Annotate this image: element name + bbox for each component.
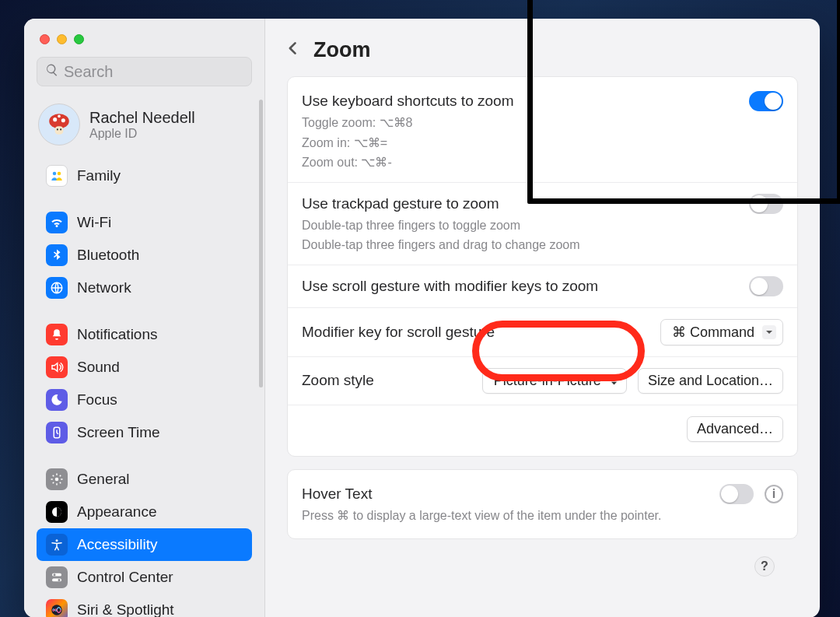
advanced-button[interactable]: Advanced… [687,416,783,442]
svg-point-7 [53,172,57,176]
sidebar-item-screentime[interactable]: Screen Time [37,416,252,449]
row-label: Use keyboard shortcuts to zoom [302,93,513,110]
search-icon [45,63,64,80]
sidebar-item-wifi[interactable]: Wi-Fi [37,206,252,239]
row-hover-text: Hover Text i Press ⌘ to display a large-… [288,473,797,535]
svg-point-1 [53,117,57,121]
sidebar-item-label: Network [77,279,131,296]
page-title: Zoom [313,38,371,62]
search-field[interactable] [37,57,252,86]
row-label: Modifier key for scroll gesture [302,324,495,341]
sidebar-item-general[interactable]: General [37,463,252,496]
svg-point-17 [58,579,61,581]
accessibility-icon [46,534,68,556]
sidebar-item-label: Screen Time [77,424,160,441]
row-sub: Double-tap three fingers and drag to cha… [302,237,783,254]
sidebar-item-label: Family [77,167,121,184]
back-button[interactable] [285,37,301,62]
toggle-trackpad-gesture[interactable] [749,194,783,214]
select-value: Picture-in-Picture [494,373,601,389]
sidebar-item-network[interactable]: Network [37,272,252,304]
toggle-hover-text[interactable] [719,484,754,504]
sidebar-item-focus[interactable]: Focus [37,384,252,416]
content-pane: Zoom Use keyboard shortcuts to zoom Togg… [265,19,820,617]
chevron-left-icon [285,37,301,59]
sidebar-item-family[interactable]: Family [37,160,252,192]
select-modifier-key[interactable]: ⌘ Command [660,319,783,345]
updown-caret-icon [609,375,620,386]
minimize-window[interactable] [57,34,67,44]
sidebar-item-label: Wi-Fi [77,214,111,231]
row-label: Zoom style [302,372,374,389]
svg-point-2 [61,118,65,122]
screentime-icon [46,422,68,443]
row-advanced: Advanced… [288,405,797,453]
network-icon [46,277,68,299]
sidebar-item-notifications[interactable]: Notifications [37,318,252,351]
general-icon [46,468,68,490]
info-icon[interactable]: i [765,485,783,503]
sidebar-item-controlcenter[interactable]: Control Center [37,561,252,594]
row-label: Hover Text [302,486,372,503]
hover-panel: Hover Text i Press ⌘ to display a large-… [287,469,798,539]
toggle-keyboard-shortcuts[interactable] [749,91,783,111]
svg-point-5 [57,128,58,130]
size-and-location-button[interactable]: Size and Location… [638,368,783,394]
row-modifier-key: Modifier key for scroll gesture ⌘ Comman… [288,308,797,357]
sidebar-item-label: Accessibility [77,536,157,553]
row-label: Use trackpad gesture to zoom [302,195,499,212]
siri-icon [46,599,68,617]
select-value: ⌘ Command [672,324,754,341]
sidebar-item-label: Control Center [77,569,173,586]
family-icon [46,165,68,187]
help-button[interactable]: ? [754,556,775,577]
avatar-mushroom-icon [46,111,72,138]
sidebar-item-siri[interactable]: Siri & Spotlight [37,594,252,617]
notifications-icon [46,324,68,345]
row-label: Use scroll gesture with modifier keys to… [302,278,598,295]
sidebar-scroll: Rachel Needell Apple ID Family Wi-Fi [24,97,264,617]
row-trackpad-gesture: Use trackpad gesture to zoom Double-tap … [288,183,797,265]
bluetooth-icon [46,244,68,266]
scrollbar-thumb[interactable] [259,100,263,387]
svg-point-13 [56,539,58,542]
row-sub: Press ⌘ to display a large-text view of … [302,507,783,524]
chevron-down-icon [762,325,776,339]
svg-rect-4 [55,126,64,135]
svg-point-16 [54,573,56,576]
row-sub: Double-tap three fingers to toggle zoom [302,217,783,234]
row-scroll-gesture: Use scroll gesture with modifier keys to… [288,265,797,308]
account-name: Rachel Needell [89,109,195,127]
row-sub: Zoom in: ⌥⌘= [302,135,783,152]
window-controls [24,26,264,57]
row-zoom-style: Zoom style Picture-in-Picture Size and L… [288,357,797,405]
row-sub: Zoom out: ⌥⌘- [302,154,783,171]
svg-point-3 [58,115,61,118]
sidebar-item-label: Siri & Spotlight [77,601,174,617]
sidebar-item-appearance[interactable]: Appearance [37,496,252,528]
row-keyboard-shortcuts: Use keyboard shortcuts to zoom Toggle zo… [288,80,797,183]
sidebar-item-label: Sound [77,359,120,376]
sidebar-item-sound[interactable]: Sound [37,351,252,384]
sidebar-item-accessibility[interactable]: Accessibility [37,528,252,561]
controlcenter-icon [46,566,68,588]
sidebar-item-bluetooth[interactable]: Bluetooth [37,239,252,272]
toggle-scroll-gesture[interactable] [749,276,783,296]
close-window[interactable] [40,34,50,44]
sidebar-item-label: General [77,471,130,488]
sidebar: Rachel Needell Apple ID Family Wi-Fi [24,19,265,617]
titlebar: Zoom [265,19,820,76]
sidebar-item-label: Bluetooth [77,247,139,264]
wifi-icon [46,212,68,233]
select-zoom-style[interactable]: Picture-in-Picture [482,368,627,394]
appearance-icon [46,501,68,523]
account-row[interactable]: Rachel Needell Apple ID [24,97,264,156]
sidebar-item-label: Appearance [77,503,156,521]
sound-icon [46,356,68,378]
zoom-panel: Use keyboard shortcuts to zoom Toggle zo… [287,76,798,457]
svg-point-8 [58,172,61,176]
search-input[interactable] [64,63,243,81]
fullscreen-window[interactable] [74,34,84,44]
settings-window: Rachel Needell Apple ID Family Wi-Fi [24,19,820,617]
row-sub: Toggle zoom: ⌥⌘8 [302,114,783,131]
